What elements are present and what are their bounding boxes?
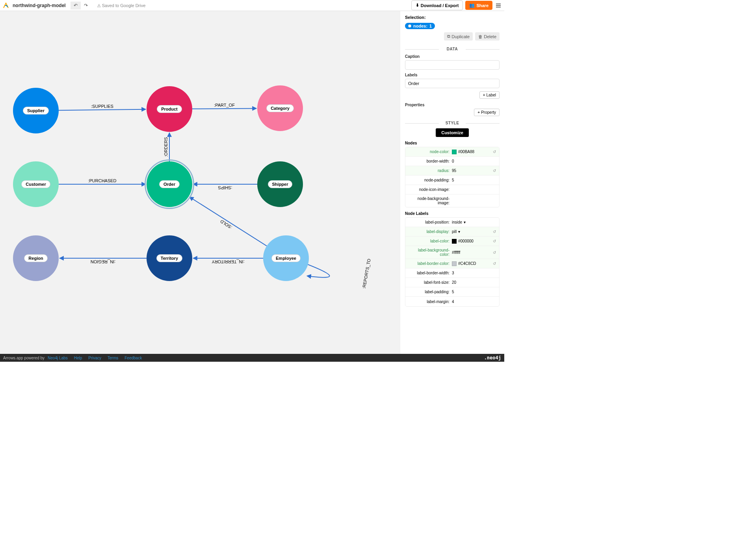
footer: Arrows.app powered by Neo4j Labs Help Pr…	[0, 354, 504, 362]
customize-button[interactable]: Customize	[436, 128, 469, 137]
graph-node-order[interactable]: Order	[147, 161, 192, 207]
property-value[interactable]: 0	[452, 159, 496, 163]
style-property-row[interactable]: label-color:#000000↺	[405, 237, 499, 246]
style-property-row[interactable]: label-border-width:3	[405, 268, 499, 278]
add-label-button[interactable]: + Label	[479, 91, 500, 99]
property-value[interactable]: #00BA88	[452, 150, 493, 154]
style-property-row[interactable]: node-background-image:	[405, 194, 499, 207]
graph-edge-product-category[interactable]	[192, 108, 256, 109]
property-key: radius:	[409, 168, 452, 173]
revert-icon[interactable]: ↺	[493, 239, 496, 243]
style-property-row[interactable]: radius:95↺	[405, 166, 499, 176]
plus-icon: +	[477, 110, 480, 115]
property-key: border-width:	[409, 159, 452, 163]
style-property-row[interactable]: label-position:inside ▾	[405, 218, 499, 227]
labels-label: Labels	[405, 73, 500, 77]
selection-chip-label: nodes:	[413, 24, 427, 28]
property-value[interactable]: pill ▾	[452, 229, 493, 234]
style-property-row[interactable]: node-icon-image:	[405, 185, 499, 194]
footer-neo4j-labs-link[interactable]: Neo4j Labs	[48, 356, 68, 360]
edge-label: :PART_OF	[214, 103, 235, 107]
property-key: label-border-color:	[409, 261, 452, 266]
style-property-row[interactable]: node-padding:5	[405, 176, 499, 185]
selection-label: Selection:	[405, 15, 500, 20]
footer-help-link[interactable]: Help	[74, 356, 82, 360]
caption-input[interactable]	[405, 60, 500, 70]
graph-node-territory[interactable]: Territory	[147, 235, 192, 281]
property-value[interactable]: 3	[452, 271, 496, 275]
duplicate-label: Duplicate	[451, 34, 470, 39]
property-key: node-color:	[409, 150, 452, 154]
revert-icon[interactable]: ↺	[493, 150, 496, 154]
download-label: Download / Export	[421, 3, 459, 8]
graph-node-customer[interactable]: Customer	[13, 161, 59, 207]
download-export-button[interactable]: ⬇ Download / Export	[411, 0, 463, 10]
property-value[interactable]: 5	[452, 178, 496, 182]
property-value[interactable]: #000000	[452, 239, 493, 244]
node-label-pill: Territory	[156, 254, 182, 262]
undo-button[interactable]: ↶	[71, 2, 81, 9]
style-property-row[interactable]: label-display:pill ▾↺	[405, 227, 499, 237]
duplicate-button[interactable]: ⧉ Duplicate	[444, 32, 473, 41]
node-label-pill: Region	[24, 254, 47, 262]
neo4j-logo: .neo4j	[484, 355, 501, 361]
trash-icon: 🗑	[478, 34, 483, 39]
graph-edge-employee-order[interactable]	[189, 197, 267, 246]
inspector-sidebar: Selection: nodes: 1 ⧉ Duplicate 🗑 Delete…	[400, 11, 504, 354]
graph-node-shipper[interactable]: Shipper	[257, 161, 303, 207]
add-property-text: Property	[481, 110, 496, 115]
footer-privacy-link[interactable]: Privacy	[88, 356, 101, 360]
share-button[interactable]: 👥 Share	[465, 1, 492, 10]
color-swatch	[452, 150, 457, 154]
property-value[interactable]: #C4C8CD	[452, 261, 493, 266]
edge-label: :IN_TERRITORY	[212, 259, 245, 264]
graph-canvas[interactable]: :SUPPLIES:PART_OF:PURCHASED:ORDERS:SHIPS…	[0, 11, 400, 354]
selection-badge[interactable]: nodes: 1	[405, 23, 435, 29]
style-property-row[interactable]: node-color:#00BA88↺	[405, 147, 499, 157]
labels-input[interactable]	[405, 79, 500, 88]
style-property-row[interactable]: label-background-color:#ffffff↺	[405, 246, 499, 259]
share-icon: 👥	[469, 3, 475, 8]
redo-button[interactable]: ↷	[81, 2, 91, 9]
graph-node-category[interactable]: Category	[257, 85, 303, 131]
node-label-pill: Category	[266, 104, 294, 112]
style-section-header: STYLE	[405, 121, 500, 125]
graph-node-product[interactable]: Product	[147, 86, 192, 132]
revert-icon[interactable]: ↺	[493, 168, 496, 173]
revert-icon[interactable]: ↺	[493, 229, 496, 234]
property-value[interactable]: #ffffff	[452, 250, 493, 255]
document-title[interactable]: northwind-graph-model	[13, 3, 66, 8]
footer-powered-text: Arrows.app powered by	[3, 356, 45, 360]
node-label-pill: Shipper	[268, 180, 293, 188]
nodes-subheader: Nodes	[405, 141, 500, 145]
property-value[interactable]: 20	[452, 280, 496, 285]
footer-feedback-link[interactable]: Feedback	[124, 356, 142, 360]
revert-icon[interactable]: ↺	[493, 250, 496, 255]
style-property-row[interactable]: label-padding:5	[405, 287, 499, 297]
edge-label: :IN_REGION	[91, 259, 116, 264]
footer-terms-link[interactable]: Terms	[108, 356, 118, 360]
menu-button[interactable]	[495, 2, 502, 9]
add-property-button[interactable]: + Property	[474, 109, 500, 116]
property-value[interactable]: 95	[452, 168, 493, 173]
property-key: label-margin:	[409, 300, 452, 304]
style-property-row[interactable]: label-margin:4	[405, 297, 499, 306]
edge-label: :ORDERS	[163, 137, 168, 157]
graph-node-supplier[interactable]: Supplier	[13, 88, 59, 133]
graph-node-employee[interactable]: Employee	[263, 235, 309, 281]
edge-label: :PURCHASED	[88, 178, 116, 183]
graph-edge-employee-self[interactable]	[307, 264, 330, 277]
graph-edge-supplier-product[interactable]	[59, 109, 146, 111]
property-key: node-icon-image:	[409, 187, 452, 192]
graph-node-region[interactable]: Region	[13, 235, 59, 281]
revert-icon[interactable]: ↺	[493, 261, 496, 266]
property-value[interactable]: 5	[452, 290, 496, 294]
property-value[interactable]: 4	[452, 300, 496, 304]
property-key: label-color:	[409, 239, 452, 243]
edge-label: :SUPPLIES	[91, 104, 113, 109]
property-value[interactable]: inside ▾	[452, 220, 496, 224]
style-property-row[interactable]: border-width:0	[405, 157, 499, 166]
style-property-row[interactable]: label-font-size:20	[405, 278, 499, 287]
delete-button[interactable]: 🗑 Delete	[475, 32, 500, 41]
style-property-row[interactable]: label-border-color:#C4C8CD↺	[405, 259, 499, 268]
